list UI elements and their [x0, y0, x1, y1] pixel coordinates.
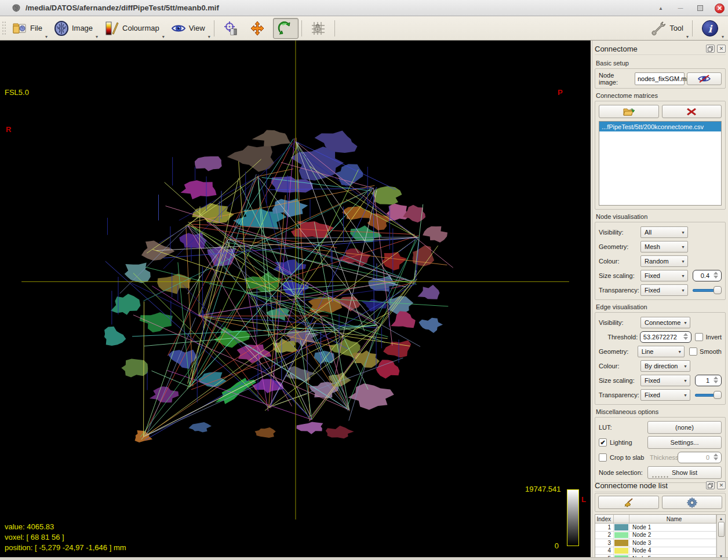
- node-transparency-combo[interactable]: Fixed: [640, 284, 688, 296]
- connectome-render[interactable]: [0, 41, 591, 557]
- edge-smooth-label: Smooth: [700, 348, 722, 355]
- misc-options-frame: LUT: (none) Lighting Settings... Cr: [595, 417, 726, 483]
- dock-float-button[interactable]: [706, 481, 715, 489]
- rotate-mode-button[interactable]: [273, 18, 299, 39]
- edge-transparency-slider[interactable]: [695, 390, 722, 400]
- node-size-combo[interactable]: Fixed: [640, 270, 688, 281]
- render-viewport[interactable]: FSL5.0 R P L value: 4065.83 voxel: [ 68 …: [0, 41, 591, 557]
- file-menu-label: File: [30, 24, 42, 32]
- edge-size-combo[interactable]: Fixed: [640, 375, 690, 386]
- toolbar-grip[interactable]: [2, 21, 6, 36]
- file-menu-button[interactable]: File: [9, 18, 48, 39]
- lighting-checkbox[interactable]: [599, 438, 607, 446]
- window-shade-button[interactable]: [656, 3, 666, 13]
- window-maximize-button[interactable]: [695, 3, 705, 13]
- edge-transparency-combo[interactable]: Fixed: [640, 389, 690, 401]
- node-name: Node 3: [629, 539, 716, 547]
- mrview-window: /media/DATOS/afernandez/diffPipeTest/5tt…: [0, 0, 728, 560]
- dock-close-button[interactable]: ✕: [717, 481, 726, 489]
- edge-geometry-combo[interactable]: Line: [638, 346, 685, 357]
- window-minimize-button[interactable]: [675, 3, 686, 13]
- node-table[interactable]: Index Name 1Node 12Node 23Node 34Node 45…: [595, 514, 726, 560]
- lighting-label: Lighting: [610, 439, 632, 446]
- thickness-spinbox: 0: [678, 452, 722, 463]
- edge-geometry-label: Geometry:: [599, 348, 638, 355]
- basic-setup-frame: Node image: nodes_fixSGM.mif: [595, 68, 726, 89]
- edge-threshold-spinbox[interactable]: 53.2672272: [640, 331, 691, 343]
- snap-grid-button[interactable]: [307, 18, 332, 39]
- node-list-dock-header[interactable]: Connectome node list ✕: [595, 480, 726, 492]
- scrollbar-thumb[interactable]: [718, 522, 725, 537]
- misc-options-label: Miscellaneous options: [596, 408, 726, 415]
- color-column-header[interactable]: [614, 515, 629, 523]
- edge-invert-label: Invert: [705, 334, 722, 341]
- edge-size-spinbox[interactable]: 1: [695, 375, 722, 386]
- file-folder-icon: [12, 21, 27, 36]
- edge-smooth-checkbox[interactable]: [689, 347, 697, 356]
- node-row[interactable]: 4Node 4: [595, 547, 725, 555]
- node-transparency-slider[interactable]: [693, 286, 722, 295]
- node-geometry-combo[interactable]: Mesh: [640, 241, 688, 252]
- pan-mode-button[interactable]: [246, 18, 271, 39]
- node-row[interactable]: 2Node 2: [595, 532, 725, 540]
- node-visibility-combo[interactable]: All: [640, 226, 688, 238]
- node-vis-frame: Visibility: All Geometry: Mesh Colour: R…: [595, 222, 726, 300]
- index-column-header[interactable]: Index: [595, 515, 614, 523]
- window-close-button[interactable]: ✕: [715, 3, 725, 13]
- node-index: 2: [595, 532, 614, 539]
- matrix-list[interactable]: ...fPipeTest/5tt/200kconnectome.csv: [599, 121, 722, 206]
- basic-setup-label: Basic setup: [596, 60, 726, 67]
- edge-colour-label: Colour:: [599, 363, 640, 369]
- node-image-field[interactable]: nodes_fixSGM.mif: [635, 72, 685, 85]
- focus-mode-button[interactable]: [220, 18, 244, 39]
- node-name: Node 4: [629, 547, 716, 555]
- matrices-frame: ...fPipeTest/5tt/200kconnectome.csv: [595, 101, 726, 210]
- dock-float-button[interactable]: [706, 45, 715, 53]
- edge-visibility-combo[interactable]: Connectome: [640, 317, 690, 328]
- lut-label: LUT:: [599, 424, 647, 431]
- matrix-list-item-selected[interactable]: ...fPipeTest/5tt/200kconnectome.csv: [599, 122, 721, 131]
- scroll-up-icon[interactable]: ▲: [719, 515, 723, 522]
- edge-invert-checkbox[interactable]: [695, 333, 703, 341]
- wrench-icon: [651, 21, 667, 36]
- crop-to-slab-checkbox[interactable]: [599, 453, 607, 462]
- tool-menu-button[interactable]: Tool: [648, 18, 689, 39]
- dock-close-button[interactable]: ✕: [717, 45, 726, 53]
- node-table-body: 1Node 12Node 23Node 34Node 45Node 5: [595, 524, 725, 560]
- connectome-dock-title: Connectome: [595, 45, 704, 53]
- info-button[interactable]: i: [698, 18, 725, 39]
- node-image-hide-button[interactable]: [687, 72, 722, 85]
- node-row[interactable]: 1Node 1: [595, 524, 725, 532]
- name-column-header[interactable]: Name: [629, 515, 716, 523]
- lighting-settings-button[interactable]: Settings...: [647, 436, 722, 449]
- matrix-remove-button[interactable]: [662, 105, 722, 118]
- dock-splitter-line[interactable]: [592, 41, 592, 560]
- colorbar-min-label: 0: [549, 541, 559, 550]
- gear-icon: [687, 497, 697, 508]
- tool-menu-label: Tool: [669, 24, 683, 32]
- node-row[interactable]: 3Node 3: [595, 539, 725, 547]
- window-titlebar[interactable]: /media/DATOS/afernandez/diffPipeTest/5tt…: [0, 0, 728, 16]
- node-size-spinbox[interactable]: 0.4: [693, 270, 722, 281]
- edge-vis-frame: Visibility: Connectome Threshold: 53.267…: [595, 312, 726, 405]
- node-colour-combo[interactable]: Random: [640, 255, 688, 267]
- view-menu-button[interactable]: View: [168, 18, 211, 39]
- colourmap-menu-label: Colourmap: [122, 24, 159, 32]
- node-list-settings-button[interactable]: [662, 496, 723, 509]
- crop-to-slab-label: Crop to slab: [610, 454, 644, 461]
- matrix-open-button[interactable]: [599, 105, 659, 118]
- edge-colour-combo[interactable]: By direction: [640, 360, 690, 372]
- node-table-scrollbar[interactable]: ▲ ▼: [716, 515, 725, 559]
- lut-button[interactable]: (none): [647, 421, 722, 434]
- edge-threshold-label: Threshold:: [599, 334, 640, 341]
- folder-open-icon: [623, 107, 635, 116]
- node-colour-label: Colour:: [599, 258, 640, 265]
- connectome-dock-header[interactable]: Connectome ✕: [595, 43, 726, 55]
- image-menu-button[interactable]: Image: [50, 18, 99, 39]
- dock-resize-handle[interactable]: [595, 475, 726, 478]
- clear-selection-button[interactable]: [598, 496, 659, 509]
- colourmap-menu-button[interactable]: Colourmap: [101, 18, 165, 39]
- node-name: Node 1: [629, 524, 716, 531]
- pan-arrows-icon: [250, 21, 265, 36]
- node-table-header: Index Name: [595, 515, 725, 524]
